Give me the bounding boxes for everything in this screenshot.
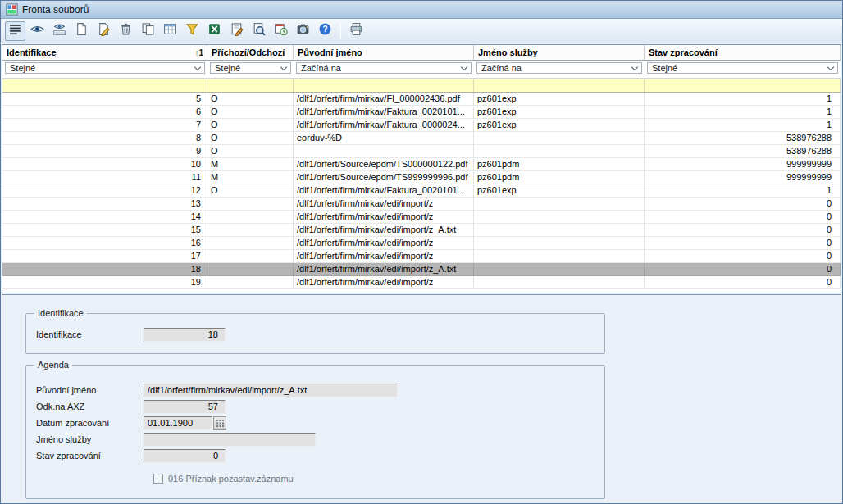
table-row[interactable]: 9O538976288	[2, 145, 841, 158]
table-row[interactable]: 17/dlf1/orfert/firm/mirkav/edi/import/z0	[2, 250, 841, 263]
column-header-label: Stav zpracování	[649, 48, 718, 57]
column-header[interactable]: Identifikace↑1	[2, 45, 207, 60]
filter-combobox[interactable]: Stejné	[210, 62, 291, 74]
snapshot-button[interactable]	[293, 21, 313, 41]
view-record-button[interactable]	[27, 21, 48, 41]
table-row[interactable]: 5O/dlf1/orfert/firm/mirkav/FI_000002436.…	[2, 93, 841, 106]
quick-filter-input[interactable]	[645, 79, 841, 92]
cell: 538976288	[645, 145, 841, 158]
puvodni-jmeno-label: Původní jméno	[26, 385, 144, 395]
table-row[interactable]: 7O/dlf1/orfert/firm/mirkav/Faktura_00000…	[2, 119, 841, 132]
cell: 0	[645, 276, 841, 289]
identifikace-field[interactable]: 18	[144, 328, 226, 342]
cell: /dlf1/orfert/firm/mirkav/edi/import/z	[294, 198, 474, 211]
title-bar[interactable]: Fronta souborů	[1, 1, 842, 19]
jmeno-sluzby-field[interactable]	[144, 433, 316, 447]
cell: 10	[2, 158, 207, 171]
table-row[interactable]: 16/dlf1/orfert/firm/mirkav/edi/import/z0	[2, 237, 841, 250]
cell: 0	[645, 250, 841, 263]
table-row[interactable]: 19/dlf1/orfert/firm/mirkav/edi/import/z0	[2, 276, 841, 289]
toolbar: ?	[1, 19, 842, 43]
cell: 8	[2, 132, 207, 145]
excel-export-button[interactable]	[204, 21, 225, 41]
filter-value: Začíná na	[301, 63, 341, 73]
stav-zpracovani-field[interactable]: 0	[144, 449, 226, 463]
delete-record-button[interactable]	[116, 21, 136, 41]
cell: /dlf1/orfert/Source/epdm/TS000000122.pdf	[294, 158, 474, 171]
app-window: Fronta souborů ? Identifikace↑1Příchozí/…	[0, 0, 843, 504]
cell: M	[207, 171, 294, 184]
filter-value: Stejné	[652, 63, 677, 73]
copy-record-button[interactable]	[138, 21, 158, 41]
chevron-down-icon	[461, 63, 467, 70]
quick-filter-input[interactable]	[474, 79, 645, 92]
puvodni-jmeno-field[interactable]: /dlf1/orfert/firm/mirkav/edi/import/z_A.…	[144, 384, 398, 397]
quick-filter-input[interactable]	[207, 79, 294, 92]
cell: O	[207, 106, 294, 119]
table-row[interactable]: 15/dlf1/orfert/firm/mirkav/edi/import/z_…	[2, 224, 841, 237]
quick-filter-input[interactable]	[2, 79, 207, 92]
column-header-label: Jméno služby	[478, 48, 538, 57]
chevron-down-icon	[631, 63, 638, 70]
filter-combobox[interactable]: Začíná na	[476, 62, 642, 74]
new-record-button[interactable]	[71, 21, 92, 41]
cell: 6	[2, 106, 207, 119]
jmeno-sluzby-label: Jméno služby	[26, 434, 144, 444]
column-settings-button[interactable]	[160, 21, 180, 41]
help-button[interactable]: ?	[315, 21, 335, 41]
column-header-label: Původní jméno	[298, 48, 362, 57]
cell: 19	[2, 276, 207, 289]
cell	[207, 276, 294, 289]
cell: /dlf1/orfert/firm/mirkav/Faktura_0020101…	[294, 106, 474, 119]
odk-na-axz-label: Odk.na AXZ	[26, 402, 144, 411]
edit-form-button[interactable]	[226, 21, 247, 41]
menu-button[interactable]	[5, 21, 25, 41]
table-row[interactable]: 14/dlf1/orfert/firm/mirkav/edi/import/z0	[2, 211, 841, 224]
column-header[interactable]: Příchozí/Odchozí	[207, 45, 294, 60]
print-button[interactable]	[346, 21, 367, 41]
preview-button[interactable]	[248, 21, 269, 41]
cell: pz601pdm	[474, 171, 645, 184]
filter-combobox[interactable]: Stejné	[647, 62, 838, 74]
delete-record-icon	[119, 22, 133, 39]
cell	[207, 250, 294, 263]
window-title: Fronta souborů	[22, 4, 89, 16]
column-header[interactable]: Původní jméno	[294, 45, 474, 60]
column-header[interactable]: Stav zpracování	[645, 45, 841, 60]
cell: /dlf1/orfert/firm/mirkav/edi/import/z	[294, 237, 474, 250]
agenda-group: Agenda Původní jméno /dlf1/orfert/firm/m…	[25, 365, 605, 499]
identifikace-label: Identifikace	[26, 329, 144, 339]
table-row[interactable]: 8Oeorduv-%D538976288	[2, 132, 841, 145]
cell: /dlf1/orfert/firm/mirkav/edi/import/z	[294, 276, 474, 289]
column-header[interactable]: Jméno služby	[474, 45, 645, 60]
cell: /dlf1/orfert/firm/mirkav/edi/import/z	[294, 250, 474, 263]
cell: pz601exp	[474, 106, 645, 119]
svg-text:?: ?	[322, 25, 327, 34]
filter-button[interactable]	[182, 21, 203, 41]
table-row[interactable]: 18/dlf1/orfert/firm/mirkav/edi/import/z_…	[2, 263, 841, 276]
date-picker-button[interactable]	[213, 416, 226, 430]
cell	[474, 145, 645, 158]
filter-value: Stejné	[215, 63, 240, 73]
datum-zpracovani-field[interactable]: 01.01.1900	[144, 416, 212, 430]
odk-na-axz-field[interactable]: 57	[144, 400, 226, 414]
cell: 11	[2, 171, 207, 184]
filter-combobox[interactable]: Začíná na	[296, 62, 472, 74]
edit-record-button[interactable]	[93, 21, 114, 41]
cell: eorduv-%D	[294, 132, 474, 145]
pozastav-checkbox[interactable]	[153, 474, 163, 484]
table-row[interactable]: 11M/dlf1/orfert/Source/epdm/TS999999996.…	[2, 171, 841, 184]
cell: M	[207, 158, 294, 171]
view-table-button[interactable]	[49, 21, 70, 41]
view-table-icon	[52, 22, 66, 39]
grid-filter-row: StejnéStejnéZačíná naZačíná naStejné	[2, 61, 841, 79]
schedule-button[interactable]	[271, 21, 291, 41]
cell: 18	[2, 263, 207, 276]
table-row[interactable]: 13/dlf1/orfert/firm/mirkav/edi/import/z0	[2, 198, 841, 211]
cell: O	[207, 119, 294, 132]
filter-combobox[interactable]: Stejné	[5, 62, 205, 74]
table-row[interactable]: 6O/dlf1/orfert/firm/mirkav/Faktura_00201…	[2, 106, 841, 119]
table-row[interactable]: 12O/dlf1/orfert/firm/mirkav/Faktura_0020…	[2, 184, 841, 198]
table-row[interactable]: 10M/dlf1/orfert/Source/epdm/TS000000122.…	[2, 158, 841, 171]
quick-filter-input[interactable]	[294, 79, 474, 92]
